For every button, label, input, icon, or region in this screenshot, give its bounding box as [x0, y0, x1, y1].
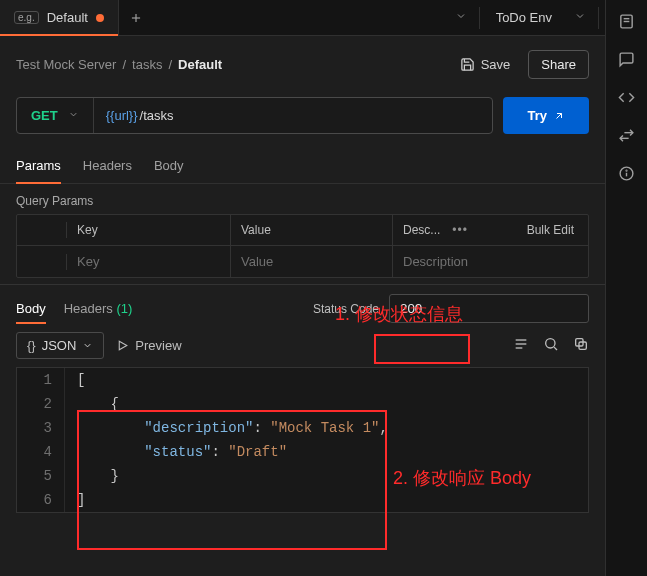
- chevron-down-icon: [68, 108, 79, 123]
- tab-bar: e.g. Default ToDo Env: [0, 0, 605, 36]
- breadcrumb-seg[interactable]: tasks: [132, 57, 162, 72]
- copy-icon[interactable]: [573, 336, 589, 355]
- col-value: Value: [231, 215, 393, 245]
- url-input[interactable]: {{url}} /tasks: [94, 98, 493, 133]
- breadcrumb-current: Default: [178, 57, 222, 72]
- comments-icon[interactable]: [618, 50, 636, 68]
- tab-params[interactable]: Params: [16, 148, 61, 183]
- wrap-icon[interactable]: [513, 336, 529, 355]
- breadcrumb: Test Mock Server / tasks / Default: [16, 57, 222, 72]
- svg-point-7: [546, 339, 555, 348]
- tab-default[interactable]: e.g. Default: [0, 0, 119, 35]
- env-chevron-icon[interactable]: [568, 4, 592, 31]
- search-icon[interactable]: [543, 336, 559, 355]
- description-input[interactable]: Description: [393, 246, 588, 277]
- braces-icon: {}: [27, 338, 36, 353]
- docs-icon[interactable]: [618, 12, 636, 30]
- environment-selector[interactable]: ToDo Env: [486, 10, 562, 25]
- svg-marker-3: [120, 341, 128, 350]
- save-icon: [460, 57, 475, 72]
- external-icon: [553, 110, 565, 122]
- status-code-label: Status Code: [313, 302, 379, 316]
- method-selector[interactable]: GET: [17, 98, 94, 133]
- query-params-table: Key Value Desc... ••• Bulk Edit Key Valu…: [16, 214, 589, 278]
- code-icon[interactable]: [618, 88, 636, 106]
- bulk-edit-button[interactable]: Bulk Edit: [527, 223, 578, 237]
- right-rail: [605, 0, 647, 576]
- response-tab-body[interactable]: Body: [16, 293, 46, 324]
- key-input[interactable]: Key: [67, 246, 231, 277]
- try-button[interactable]: Try: [503, 97, 589, 134]
- col-desc: Desc...: [403, 223, 440, 237]
- play-icon: [116, 339, 129, 352]
- svg-point-18: [626, 170, 627, 171]
- body-format-selector[interactable]: {} JSON: [16, 332, 104, 359]
- tabs-overflow-chevron-icon[interactable]: [449, 4, 473, 31]
- value-input[interactable]: Value: [231, 246, 393, 277]
- request-url-bar: GET {{url}} /tasks: [16, 97, 493, 134]
- svg-line-2: [557, 113, 562, 118]
- info-icon[interactable]: [618, 164, 636, 182]
- preview-button[interactable]: Preview: [116, 338, 181, 353]
- chevron-down-icon: [82, 340, 93, 351]
- svg-line-8: [554, 347, 557, 350]
- tab-label: Default: [47, 10, 88, 25]
- col-key: Key: [67, 215, 231, 245]
- tab-badge: e.g.: [14, 11, 39, 24]
- tab-headers[interactable]: Headers: [83, 148, 132, 183]
- share-button[interactable]: Share: [528, 50, 589, 79]
- response-tab-headers[interactable]: Headers (1): [64, 293, 133, 324]
- related-icon[interactable]: [618, 126, 636, 144]
- save-button[interactable]: Save: [452, 51, 519, 78]
- unsaved-dot-icon: [96, 14, 104, 22]
- breadcrumb-seg[interactable]: Test Mock Server: [16, 57, 116, 72]
- status-code-input[interactable]: [389, 294, 589, 323]
- request-subtabs: Params Headers Body: [0, 148, 605, 184]
- response-body-editor[interactable]: 1[ 2 { 3 "description": "Mock Task 1", 4…: [16, 367, 589, 513]
- query-params-title: Query Params: [0, 184, 605, 214]
- more-icon[interactable]: •••: [448, 223, 472, 237]
- tab-body[interactable]: Body: [154, 148, 184, 183]
- add-tab-button[interactable]: [119, 11, 153, 25]
